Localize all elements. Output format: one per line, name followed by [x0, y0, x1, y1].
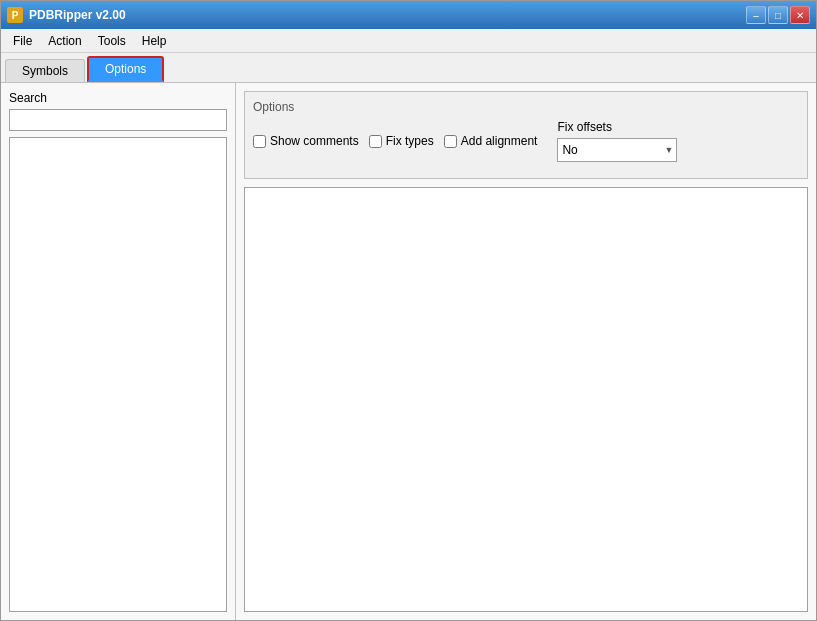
tab-bar: Symbols Options — [1, 53, 816, 83]
fix-offsets-group: Fix offsets No Yes Auto — [557, 120, 677, 162]
menu-action[interactable]: Action — [40, 32, 89, 50]
options-section: Options Show comments Fix types — [244, 91, 808, 179]
maximize-button[interactable]: □ — [768, 6, 788, 24]
fix-types-label: Fix types — [386, 134, 434, 148]
fix-offsets-select-wrapper: No Yes Auto — [557, 138, 677, 162]
right-panel: Options Show comments Fix types — [236, 83, 816, 620]
tab-symbols[interactable]: Symbols — [5, 59, 85, 82]
symbols-list[interactable] — [9, 137, 227, 612]
minimize-button[interactable]: – — [746, 6, 766, 24]
fix-offsets-select[interactable]: No Yes Auto — [557, 138, 677, 162]
tab-options[interactable]: Options — [87, 56, 164, 82]
main-content: Search Options Show comments Fix — [1, 83, 816, 620]
fix-offsets-label: Fix offsets — [557, 120, 611, 134]
show-comments-checkbox[interactable]: Show comments — [253, 134, 359, 148]
options-section-label: Options — [253, 100, 799, 114]
menu-tools[interactable]: Tools — [90, 32, 134, 50]
content-area[interactable] — [244, 187, 808, 612]
window-controls: – □ ✕ — [746, 6, 810, 24]
menu-bar: File Action Tools Help — [1, 29, 816, 53]
window-title: PDBRipper v2.00 — [29, 8, 126, 22]
fix-types-checkbox[interactable]: Fix types — [369, 134, 434, 148]
menu-help[interactable]: Help — [134, 32, 175, 50]
add-alignment-checkbox[interactable]: Add alignment — [444, 134, 538, 148]
show-comments-label: Show comments — [270, 134, 359, 148]
add-alignment-label: Add alignment — [461, 134, 538, 148]
close-button[interactable]: ✕ — [790, 6, 810, 24]
search-input[interactable] — [9, 109, 227, 131]
title-bar-left: P PDBRipper v2.00 — [7, 7, 126, 23]
menu-file[interactable]: File — [5, 32, 40, 50]
app-icon: P — [7, 7, 23, 23]
search-label: Search — [9, 91, 227, 105]
fix-types-input[interactable] — [369, 135, 382, 148]
options-row: Show comments Fix types Add alignment — [253, 120, 799, 162]
main-window: P PDBRipper v2.00 – □ ✕ File Action Tool… — [0, 0, 817, 621]
left-panel: Search — [1, 83, 236, 620]
show-comments-input[interactable] — [253, 135, 266, 148]
title-bar: P PDBRipper v2.00 – □ ✕ — [1, 1, 816, 29]
add-alignment-input[interactable] — [444, 135, 457, 148]
